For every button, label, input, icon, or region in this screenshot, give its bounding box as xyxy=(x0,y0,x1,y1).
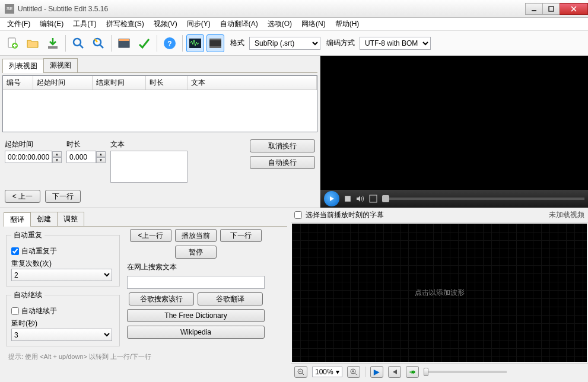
next-line-button[interactable]: 下一行 xyxy=(45,190,81,203)
wikipedia-button[interactable]: Wikipedia xyxy=(127,326,265,339)
repeat-count-select[interactable]: 2 xyxy=(11,269,112,281)
spellcheck-icon[interactable] xyxy=(135,34,153,52)
waveform-controls: 100%▾ ▶ ↠ xyxy=(291,363,588,380)
start-up[interactable]: ▲ xyxy=(52,151,62,157)
waveform-area[interactable]: 点击以添加波形 xyxy=(292,224,587,362)
dur-down[interactable]: ▼ xyxy=(96,157,106,163)
video-toggle-icon[interactable] xyxy=(206,34,224,52)
web-search-input[interactable] xyxy=(127,276,265,289)
col-text[interactable]: 文本 xyxy=(187,76,317,90)
subtitle-panel: 列表视图 源视图 编号 起始时间 结束时间 时长 文本 起始时间 ▲▼ xyxy=(0,56,320,208)
auto-repeat-group: 自动重复 自动重复于 重复次数(次) 2 xyxy=(6,230,120,286)
trans-playcur-button[interactable]: 播放当前 xyxy=(175,229,217,242)
trans-next-button[interactable]: 下一行 xyxy=(220,229,262,242)
maximize-button[interactable] xyxy=(542,3,560,15)
tab-adjust[interactable]: 调整 xyxy=(57,212,84,226)
find-icon[interactable] xyxy=(69,34,87,52)
titlebar: SE Untitled - Subtitle Edit 3.5.16 xyxy=(0,0,588,18)
svg-rect-11 xyxy=(189,39,201,48)
video-seek-slider[interactable] xyxy=(382,198,584,200)
menu-autotranslate[interactable]: 自动翻译(A) xyxy=(215,18,263,30)
freedict-button[interactable]: The Free Dictionary xyxy=(127,309,265,322)
fullscreen-icon[interactable] xyxy=(369,190,377,208)
subtitle-text-input[interactable] xyxy=(110,151,187,183)
visual-sync-icon[interactable] xyxy=(115,34,133,52)
zoom-in-icon[interactable] xyxy=(347,366,360,378)
save-file-icon[interactable] xyxy=(44,34,62,52)
menu-spellcheck[interactable]: 拼写检查(S) xyxy=(101,18,149,30)
translate-panel: 翻译 创建 调整 自动重复 自动重复于 重复次数(次) 2 自动继续 自动继续于… xyxy=(0,208,291,380)
tab-translate[interactable]: 翻译 xyxy=(4,212,31,227)
subtitle-table[interactable]: 编号 起始时间 结束时间 时长 文本 xyxy=(2,75,317,132)
google-translate-button[interactable]: 谷歌翻译 xyxy=(198,292,263,305)
start-time-spinner[interactable]: ▲▼ xyxy=(5,151,62,163)
svg-rect-1 xyxy=(549,7,554,11)
col-number[interactable]: 编号 xyxy=(3,76,33,90)
minimize-button[interactable] xyxy=(525,3,543,15)
svg-rect-0 xyxy=(532,10,536,11)
view-tabs: 列表视图 源视图 xyxy=(2,58,317,73)
auto-continue-checkbox[interactable] xyxy=(11,307,19,315)
stop-icon[interactable] xyxy=(344,195,351,202)
volume-icon[interactable] xyxy=(356,195,364,203)
duration-spinner[interactable]: ▲▼ xyxy=(66,151,106,163)
col-start[interactable]: 起始时间 xyxy=(33,76,92,90)
menu-options[interactable]: 选项(O) xyxy=(263,18,297,30)
svg-point-5 xyxy=(74,39,81,46)
text-label: 文本 xyxy=(110,139,187,149)
replace-icon[interactable] xyxy=(90,34,107,52)
waveform-toggle-icon[interactable] xyxy=(186,34,204,52)
play-button[interactable] xyxy=(324,191,339,206)
google-search-button[interactable]: 谷歌搜索该行 xyxy=(129,292,194,305)
svg-text:?: ? xyxy=(167,40,171,48)
wave-fastfwd-icon[interactable]: ↠ xyxy=(406,366,419,378)
tab-sourceview[interactable]: 源视图 xyxy=(43,58,78,72)
start-down[interactable]: ▼ xyxy=(52,157,62,163)
format-select[interactable]: SubRip (.srt) xyxy=(249,37,320,50)
tab-create[interactable]: 创建 xyxy=(30,212,58,226)
start-time-input[interactable] xyxy=(5,151,52,163)
new-file-icon[interactable] xyxy=(4,34,21,52)
unbreak-button[interactable]: 取消换行 xyxy=(250,139,315,152)
wave-play-icon[interactable]: ▶ xyxy=(370,366,383,378)
video-status: 未加载视频 xyxy=(549,210,584,220)
autobreak-button[interactable]: 自动换行 xyxy=(250,156,315,169)
svg-rect-13 xyxy=(209,39,221,40)
auto-repeat-checkbox[interactable] xyxy=(11,247,19,255)
encoding-select[interactable]: UTF-8 with BOM xyxy=(360,37,431,50)
delay-select[interactable]: 3 xyxy=(11,329,112,341)
open-file-icon[interactable] xyxy=(24,34,42,52)
menu-file[interactable]: 文件(F) xyxy=(2,18,35,30)
menu-tools[interactable]: 工具(T) xyxy=(68,18,101,30)
app-icon: SE xyxy=(5,4,14,14)
menu-video[interactable]: 视频(V) xyxy=(149,18,182,30)
prev-line-button[interactable]: < 上一 xyxy=(5,190,40,203)
menubar: 文件(F) 编辑(E) 工具(T) 拼写检查(S) 视频(V) 同步(Y) 自动… xyxy=(0,18,588,31)
main-row: 列表视图 源视图 编号 起始时间 结束时间 时长 文本 起始时间 ▲▼ xyxy=(0,56,588,208)
zoom-percent[interactable]: 100%▾ xyxy=(312,367,342,377)
col-end[interactable]: 结束时间 xyxy=(92,76,145,90)
close-button[interactable] xyxy=(560,3,588,15)
col-duration[interactable]: 时长 xyxy=(145,76,187,90)
dur-up[interactable]: ▲ xyxy=(96,151,106,157)
auto-repeat-label: 自动重复于 xyxy=(21,246,57,256)
video-view[interactable] xyxy=(320,56,588,190)
window-title: Untitled - Subtitle Edit 3.5.16 xyxy=(18,5,526,13)
menu-sync[interactable]: 同步(Y) xyxy=(182,18,215,30)
wave-position-slider[interactable] xyxy=(424,371,507,373)
menu-network[interactable]: 网络(N) xyxy=(297,18,330,30)
svg-rect-8 xyxy=(119,39,129,41)
duration-input[interactable] xyxy=(66,151,96,163)
wave-seek-start-icon[interactable] xyxy=(388,366,401,378)
trans-pause-button[interactable]: 暂停 xyxy=(175,246,217,259)
select-sub-at-play-checkbox[interactable] xyxy=(294,211,302,219)
help-icon[interactable]: ? xyxy=(161,34,179,52)
svg-rect-14 xyxy=(209,46,221,48)
menu-help[interactable]: 帮助(H) xyxy=(330,18,364,30)
tab-listview[interactable]: 列表视图 xyxy=(2,59,44,73)
hint-text: 提示: 使用 <Alt + up/down> 以转到 上一行/下一行 xyxy=(4,350,287,364)
menu-edit[interactable]: 编辑(E) xyxy=(35,18,68,30)
web-search-label: 在网上搜索文本 xyxy=(127,262,265,272)
trans-prev-button[interactable]: <上一行 xyxy=(130,229,171,242)
zoom-out-icon[interactable] xyxy=(294,366,307,378)
